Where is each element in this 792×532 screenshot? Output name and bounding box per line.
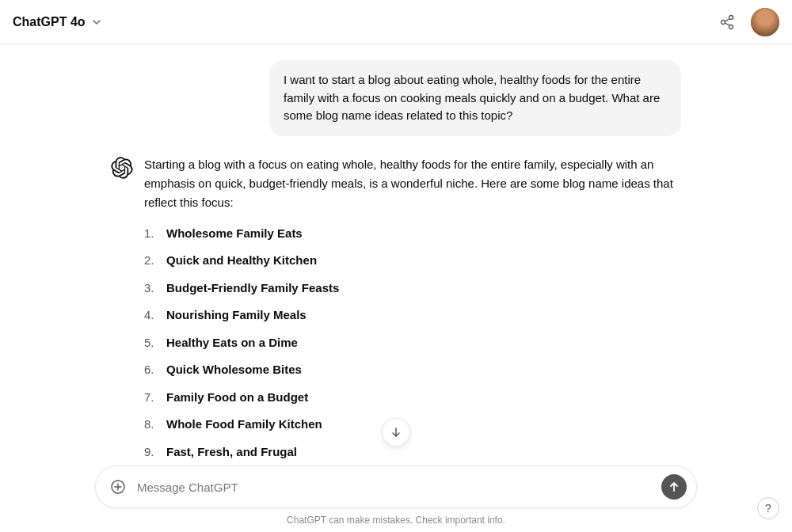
chatgpt-icon — [111, 157, 133, 179]
send-button[interactable] — [661, 474, 687, 500]
list-item: 9.Fast, Fresh, and Frugal — [144, 443, 681, 460]
assistant-intro-text: Starting a blog with a focus on eating w… — [144, 155, 681, 212]
user-bubble: I want to start a blog about eating whol… — [269, 60, 681, 136]
list-number: 9. — [144, 443, 166, 460]
user-message: I want to start a blog about eating whol… — [111, 60, 681, 136]
list-item-text: Quick and Healthy Kitchen — [166, 252, 317, 270]
assistant-message: Starting a blog with a focus on eating w… — [111, 155, 681, 460]
chat-inner: I want to start a blog about eating whol… — [95, 60, 697, 459]
header: ChatGPT 4o — [0, 0, 792, 44]
disclaimer-text: ChatGPT can make mistakes. Check importa… — [287, 515, 505, 526]
list-item: 6.Quick Wholesome Bites — [144, 361, 681, 379]
share-button[interactable] — [713, 8, 741, 36]
list-item-text: Family Food on a Budget — [166, 389, 308, 407]
list-item: 8.Whole Food Family Kitchen — [144, 416, 681, 434]
avatar[interactable] — [751, 8, 779, 36]
input-area: ChatGPT can make mistakes. Check importa… — [0, 459, 792, 532]
list-number: 3. — [144, 279, 166, 298]
list-number: 5. — [144, 334, 166, 352]
list-number: 6. — [144, 361, 166, 379]
list-number: 4. — [144, 306, 166, 325]
list-number: 8. — [144, 416, 166, 434]
list-item: 4.Nourishing Family Meals — [144, 306, 681, 325]
attach-button[interactable] — [105, 474, 131, 500]
list-item-text: Wholesome Family Eats — [166, 225, 303, 243]
list-item: 5.Healthy Eats on a Dime — [144, 334, 681, 352]
help-button[interactable]: ? — [757, 497, 779, 519]
list-item-text: Healthy Eats on a Dime — [166, 334, 298, 352]
assistant-content: Starting a blog with a focus on eating w… — [144, 155, 681, 460]
list-item-text: Fast, Fresh, and Frugal — [166, 443, 297, 460]
list-item-text: Nourishing Family Meals — [166, 306, 307, 325]
list-number: 2. — [144, 252, 166, 270]
list-item: 1.Wholesome Family Eats — [144, 225, 681, 243]
blog-name-list: 1.Wholesome Family Eats2.Quick and Healt… — [144, 225, 681, 460]
list-item: 7.Family Food on a Budget — [144, 389, 681, 407]
input-container — [95, 466, 697, 508]
chat-area: I want to start a blog about eating whol… — [0, 44, 792, 459]
list-number: 7. — [144, 389, 166, 407]
message-input[interactable] — [131, 481, 661, 494]
list-item: 3.Budget-Friendly Family Feasts — [144, 279, 681, 298]
scroll-to-bottom-button[interactable] — [382, 418, 410, 446]
header-right — [713, 8, 779, 36]
user-message-text: I want to start a blog about eating whol… — [284, 73, 660, 122]
list-item-text: Quick Wholesome Bites — [166, 361, 302, 379]
list-item-text: Whole Food Family Kitchen — [166, 416, 322, 434]
list-item-text: Budget-Friendly Family Feasts — [166, 279, 339, 298]
header-left: ChatGPT 4o — [13, 15, 103, 29]
model-name[interactable]: ChatGPT 4o — [13, 15, 86, 29]
help-icon: ? — [765, 502, 771, 515]
list-item: 2.Quick and Healthy Kitchen — [144, 252, 681, 270]
list-number: 1. — [144, 225, 166, 243]
chevron-down-icon[interactable] — [90, 16, 103, 28]
